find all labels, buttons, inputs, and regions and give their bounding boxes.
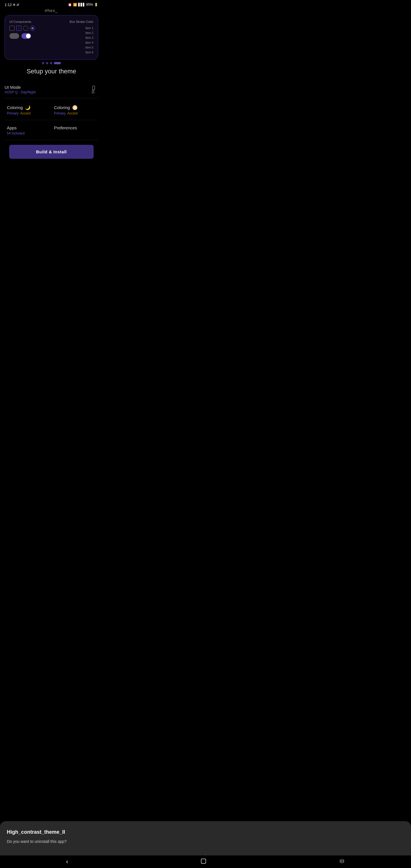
ui-mode-text: UI Mode AOSP Q - Day/Night (5, 85, 36, 94)
time-display: 1:12 (5, 3, 12, 7)
accent-word-left: Accent (20, 111, 31, 115)
radio-unchecked (23, 26, 28, 31)
apps-label: Apps (7, 125, 49, 130)
coloring-dark-label: Coloring 🌙 (7, 105, 49, 110)
preferences-label: Preferences (54, 125, 96, 130)
main-content: #hex_ UI Components Box Stroke Co (0, 8, 103, 169)
toggles-row (9, 33, 50, 39)
moon-emoji: 🌙 (25, 105, 31, 110)
card-inner: UI Components Box Stroke Color Item 1 I (9, 20, 93, 55)
paintbrush-icon (89, 85, 97, 93)
ui-components-title: UI Components (9, 20, 50, 23)
box-stroke-title: Box Stroke Color (53, 20, 93, 23)
sun-emoji: 🌕 (72, 105, 77, 110)
ui-mode-label: UI Mode (5, 85, 36, 90)
nfc-icon: ⇄ (17, 3, 19, 6)
radio-selected (30, 26, 35, 31)
ui-components-section: UI Components (9, 20, 50, 55)
setup-title: Setup your theme (0, 68, 103, 75)
dot-3 (50, 62, 52, 64)
list-item: Item 2 (53, 31, 93, 35)
coloring-light-sub: Primary Accent (54, 111, 96, 115)
ui-mode-row[interactable]: UI Mode AOSP Q - Day/Night (5, 81, 98, 98)
dots-indicator (0, 62, 103, 64)
ui-mode-sub: AOSP Q - Day/Night (5, 90, 36, 94)
build-install-button[interactable]: Build & Install (9, 145, 94, 159)
coloring-dark-sub: Primary Accent (7, 111, 49, 115)
list-item: Item 6 (53, 50, 93, 55)
theme-options-grid: Coloring 🌙 Primary Accent Coloring 🌕 Pri… (5, 100, 98, 140)
accent-word-right: Accent (67, 111, 78, 115)
svg-rect-0 (92, 86, 95, 90)
list-item: Item 5 (53, 45, 93, 50)
coloring-light-cell[interactable]: Coloring 🌕 Primary Accent (52, 100, 98, 120)
toggle-on (22, 33, 31, 39)
checkbox-unchecked (9, 26, 14, 31)
checkbox-checked (16, 26, 22, 31)
apps-cell[interactable]: Apps 54 Included (5, 121, 51, 140)
toggle-off (9, 33, 19, 39)
dot-1 (42, 62, 44, 64)
list-item: Item 4 (53, 40, 93, 45)
components-row (9, 26, 50, 31)
preferences-cell[interactable]: Preferences (52, 121, 98, 140)
apps-sub: 54 Included (7, 131, 49, 135)
build-btn-container: Build & Install (9, 145, 94, 159)
battery-icon: 🔋 (94, 3, 98, 6)
sections-grid: UI Mode AOSP Q - Day/Night Coloring 🌙 (0, 81, 103, 159)
theme-preview-card: UI Components Box Stroke Color Item 1 I (5, 15, 98, 60)
box-stroke-section: Box Stroke Color Item 1 Item 2 Item 3 It… (53, 20, 93, 55)
coloring-light-label: Coloring 🌕 (54, 105, 96, 110)
status-right: ⏰ 📶 ▋▋▋ 85% 🔋 (68, 3, 98, 6)
dot-2 (46, 62, 48, 64)
status-bar: 1:12 ⊕ ⇄ ⏰ 📶 ▋▋▋ 85% 🔋 (0, 0, 103, 8)
signal-icon: ▋▋▋ (78, 3, 85, 6)
list-item: Item 1 (53, 26, 93, 31)
items-list: Item 1 Item 2 Item 3 Item 4 Item 5 Item … (53, 26, 93, 55)
status-left: 1:12 ⊕ ⇄ (5, 3, 19, 7)
gps-icon: ⊕ (13, 3, 15, 6)
battery-display: 85% (86, 3, 93, 6)
ui-mode-icon (88, 84, 98, 94)
coloring-dark-cell[interactable]: Coloring 🌙 Primary Accent (5, 100, 51, 120)
wifi-icon: 📶 (73, 3, 77, 6)
dot-active (54, 62, 61, 64)
list-item: Item 3 (53, 35, 93, 40)
alarm-icon: ⏰ (68, 3, 72, 6)
hex-label: #hex_ (0, 8, 103, 13)
